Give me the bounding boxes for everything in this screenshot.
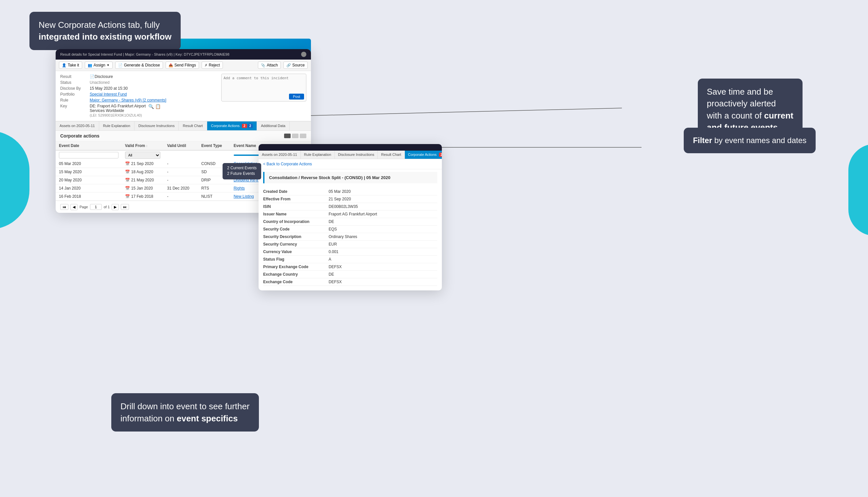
page-label: Page	[79, 205, 88, 209]
filter-valid-from: All	[122, 150, 164, 160]
tab-disclosure[interactable]: Disclosure Instructions	[134, 122, 179, 130]
key-value: DE: Fraport AG Frankfurt Airport Service…	[90, 104, 146, 117]
result-label: Result	[60, 74, 90, 79]
reject-button[interactable]: ✗ Reject	[202, 61, 223, 69]
cell-valid-from-1: 📅18 Aug 2020	[122, 168, 164, 176]
detail-field-created-date: Created Date 05 Mar 2020	[263, 188, 437, 196]
page-input[interactable]	[90, 204, 102, 210]
tab-result-chart[interactable]: Result Chart	[179, 122, 207, 130]
col-valid-from[interactable]: Valid From	[122, 141, 164, 150]
cell-valid-until-3: 31 Dec 2020	[164, 184, 198, 193]
post-button[interactable]: Post	[289, 94, 304, 100]
key-icon-1[interactable]: 🔍	[148, 104, 154, 109]
detail-badge: 2 2	[439, 153, 442, 157]
cell-date-3: 14 Jan 2020	[56, 184, 122, 193]
detail-field-isin: ISIN DE00B02L3W35	[263, 203, 437, 211]
last-page-btn[interactable]: ⏭	[121, 204, 129, 210]
tooltip-right-bold1: current	[764, 111, 793, 120]
rule-value[interactable]: Major: Germany - Shares (v9) [2 comments…	[90, 98, 166, 102]
comment-textarea[interactable]	[221, 74, 306, 92]
cell-date-0: 05 Mar 2020	[56, 160, 122, 168]
reject-icon: ✗	[205, 63, 207, 68]
attach-button[interactable]: 📎 Attach	[258, 61, 281, 69]
detail-field-issuer: Issuer Name Fraport AG Frankfurt Airport	[263, 211, 437, 218]
generate-icon: 📄	[118, 63, 123, 68]
filter-event-date-input[interactable]	[59, 152, 118, 158]
cell-valid-from-3: 📅15 Jan 2020	[122, 184, 164, 193]
badge-red: 2	[242, 124, 247, 128]
detail-window: Assets on 2020-05-11 Rule Explanation Di…	[259, 144, 442, 290]
assign-button[interactable]: 👥 Assign ▼	[85, 61, 113, 69]
rule-label: Rule	[60, 98, 90, 102]
detail-fields: Created Date 05 Mar 2020 Effective From …	[259, 186, 442, 290]
assign-dropdown-icon: ▼	[107, 63, 110, 67]
field-key: Key DE: Fraport AG Frankfurt Airport Ser…	[60, 104, 306, 117]
window-titlebar: Result details for Special Interest Fund…	[56, 49, 311, 60]
window-toolbar: 👤 Take it 👥 Assign ▼ 📄 Generate & Disclo…	[56, 60, 311, 71]
comment-area: Post	[221, 74, 306, 101]
filter-event-type	[198, 150, 230, 160]
future-events-text: 2 Future Events	[227, 171, 257, 176]
col-event-date: Event Date	[56, 141, 122, 150]
next-page-btn[interactable]: ▶	[112, 204, 119, 210]
attach-label: Attach	[267, 63, 278, 68]
take-it-icon: 👤	[62, 63, 67, 68]
grid-view-icon[interactable]	[292, 133, 299, 138]
send-filings-button[interactable]: 📤 Send Filings	[165, 61, 199, 69]
detail-field-security-code: Security Code EQS	[263, 226, 437, 233]
tabs-bar: Assets on 2020-05-11 Rule Explanation Di…	[56, 121, 311, 131]
tooltip-drill-l2: information on	[120, 413, 177, 423]
cell-event-type-4: NLIST	[198, 193, 230, 201]
tooltip-drill-bold: event specifics	[177, 413, 237, 423]
tab-corporate-actions[interactable]: Corporate Actions 2 2	[207, 122, 257, 130]
filter-valid-from-select[interactable]: All	[125, 152, 161, 159]
compact-view-icon[interactable]	[300, 133, 306, 138]
filter-event-date	[56, 150, 122, 160]
assign-icon: 👥	[88, 63, 92, 68]
cell-valid-until-4: -	[164, 193, 198, 201]
disclose-by-value: 15 May 2020 at 15:30	[90, 86, 128, 91]
reject-label: Reject	[209, 63, 220, 68]
detail-titlebar	[259, 144, 442, 151]
detail-field-exchange-code: Exchange Code DEFSX	[263, 278, 437, 286]
detail-tab-assets[interactable]: Assets on 2020-05-11	[259, 151, 301, 159]
attach-icon: 📎	[261, 63, 265, 68]
send-filings-icon: 📤	[169, 63, 173, 68]
cell-valid-from-0: 📅21 Sep 2020	[122, 160, 164, 168]
prev-page-btn[interactable]: ◀	[70, 204, 77, 210]
cell-valid-until-2: -	[164, 176, 198, 184]
first-page-btn[interactable]: ⏮	[60, 204, 68, 210]
detail-field-country-incorporation: Country of Incorporation DE	[263, 218, 437, 226]
cell-valid-from-2: 📅21 May 2020	[122, 176, 164, 184]
tab-additional[interactable]: Additional Data	[257, 122, 290, 130]
source-label: Source	[292, 63, 305, 68]
corp-actions-title: Corporate actions	[60, 133, 100, 139]
tab-assets[interactable]: Assets on 2020-05-11	[56, 122, 99, 130]
tooltip-drill: Drill down into event to see further inf…	[111, 393, 259, 431]
list-view-icon[interactable]	[284, 133, 291, 138]
back-to-corp-actions[interactable]: Back to Corporate Actions	[259, 159, 442, 169]
take-it-label: Take it	[68, 63, 79, 68]
detail-field-primary-exchange: Primary Exchange Code DEFSX	[263, 263, 437, 271]
detail-tab-chart[interactable]: Result Chart	[378, 151, 405, 159]
detail-field-status-flag: Status Flag A	[263, 256, 437, 263]
detail-tab-corp-actions[interactable]: Corporate Actions 2 2	[405, 151, 442, 159]
key-label: Key	[60, 104, 90, 117]
source-button[interactable]: 🔗 Source	[284, 61, 308, 69]
cell-date-4: 16 Feb 2018	[56, 193, 122, 201]
key-icon-2[interactable]: 📋	[155, 104, 161, 109]
detail-tab-rule[interactable]: Rule Explanation	[301, 151, 335, 159]
detail-tabs: Assets on 2020-05-11 Rule Explanation Di…	[259, 151, 442, 159]
take-it-button[interactable]: 👤 Take it	[59, 61, 82, 69]
portfolio-value[interactable]: Special Interest Fund	[90, 92, 127, 97]
col-valid-until: Valid Until	[164, 141, 198, 150]
current-events-text: 2 Current Events	[227, 166, 257, 170]
detail-tab-disclosure[interactable]: Disclosure Instructions	[335, 151, 378, 159]
tab-rule[interactable]: Rule Explanation	[99, 122, 134, 130]
generate-disclose-button[interactable]: 📄 Generate & Disclose	[115, 61, 163, 69]
detail-field-currency-value: Currency Value 0.001	[263, 248, 437, 256]
close-button[interactable]	[301, 52, 306, 57]
cell-date-2: 20 May 2020	[56, 176, 122, 184]
cell-valid-until-1: -	[164, 168, 198, 176]
detail-event-title: Consolidation / Reverse Stock Split - (C…	[263, 172, 437, 183]
